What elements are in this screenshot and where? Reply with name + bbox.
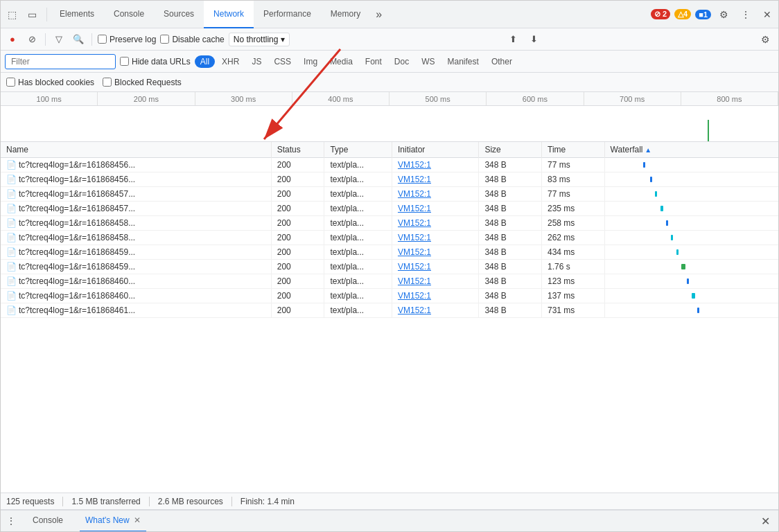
cell-name[interactable]: 📄tc?tcreq4log=1&r=161868458... xyxy=(1,231,271,245)
close-whats-new-button[interactable]: ✕ xyxy=(134,515,141,525)
type-filter-js[interactable]: JS xyxy=(246,55,267,68)
cell-name[interactable]: 📄tc?tcreq4log=1&r=161868456... xyxy=(1,158,271,172)
type-filter-img[interactable]: Img xyxy=(298,55,323,68)
file-icon: 📄 xyxy=(6,233,16,242)
status-bar: 125 requests 1.5 MB transferred 2.6 MB r… xyxy=(1,493,778,509)
table-row[interactable]: 📄tc?tcreq4log=1&r=161868456...200text/pl… xyxy=(1,172,778,187)
cell-initiator[interactable]: VM152:1 xyxy=(392,172,478,187)
cell-type: text/pla... xyxy=(324,158,392,172)
cell-time: 123 ms xyxy=(542,274,605,289)
file-icon: 📄 xyxy=(6,189,16,199)
col-header-size[interactable]: Size xyxy=(479,142,542,158)
type-filter-doc[interactable]: Doc xyxy=(389,55,414,68)
cell-initiator[interactable]: VM152:1 xyxy=(392,202,478,216)
disable-cache-checkbox[interactable]: Disable cache xyxy=(160,35,224,44)
tab-performance[interactable]: Performance xyxy=(254,1,321,28)
cell-size: 348 B xyxy=(479,172,542,187)
type-filter-xhr[interactable]: XHR xyxy=(216,55,245,68)
cell-name[interactable]: 📄tc?tcreq4log=1&r=161868461... xyxy=(1,303,271,318)
type-filter-all[interactable]: All xyxy=(195,55,215,68)
col-header-name[interactable]: Name xyxy=(1,142,271,158)
table-row[interactable]: 📄tc?tcreq4log=1&r=161868458...200text/pl… xyxy=(1,216,778,231)
table-row[interactable]: 📄tc?tcreq4log=1&r=161868459...200text/pl… xyxy=(1,245,778,260)
error-icon: ⊘ xyxy=(654,10,660,18)
tab-elements[interactable]: Elements xyxy=(50,1,104,28)
col-header-time[interactable]: Time xyxy=(542,142,605,158)
table-row[interactable]: 📄tc?tcreq4log=1&r=161868461...200text/pl… xyxy=(1,303,778,318)
col-header-waterfall[interactable]: Waterfall xyxy=(604,142,778,158)
search-button[interactable]: 🔍 xyxy=(71,32,86,47)
type-filter-css[interactable]: CSS xyxy=(268,55,297,68)
cell-initiator[interactable]: VM152:1 xyxy=(392,231,478,245)
tab-console[interactable]: Console xyxy=(104,1,154,28)
cursor-icon[interactable]: ⬚ xyxy=(3,6,21,23)
timeline-area[interactable] xyxy=(1,106,778,142)
type-filter-other[interactable]: Other xyxy=(486,55,518,68)
cell-initiator[interactable]: VM152:1 xyxy=(392,187,478,202)
cell-initiator[interactable]: VM152:1 xyxy=(392,260,478,274)
record-button[interactable]: ● xyxy=(5,32,20,47)
cell-waterfall xyxy=(604,187,778,202)
col-header-initiator[interactable]: Initiator xyxy=(392,142,478,158)
file-icon: 📄 xyxy=(6,218,16,228)
col-header-status[interactable]: Status xyxy=(271,142,324,158)
filter-button[interactable]: ▽ xyxy=(51,32,67,47)
device-icon[interactable]: ▭ xyxy=(24,6,41,23)
close-drawer-button[interactable]: ✕ xyxy=(758,512,773,531)
col-header-type[interactable]: Type xyxy=(324,142,392,158)
cell-name[interactable]: 📄tc?tcreq4log=1&r=161868456... xyxy=(1,172,271,187)
cell-initiator[interactable]: VM152:1 xyxy=(392,289,478,303)
has-blocked-cookies-checkbox[interactable]: Has blocked cookies xyxy=(6,78,94,87)
import-button[interactable]: ⬆ xyxy=(505,32,520,47)
cell-initiator[interactable]: VM152:1 xyxy=(392,274,478,289)
tab-network[interactable]: Network xyxy=(204,1,254,28)
more-options-button[interactable]: ⋮ xyxy=(737,6,755,23)
table-row[interactable]: 📄tc?tcreq4log=1&r=161868460...200text/pl… xyxy=(1,274,778,289)
cell-name[interactable]: 📄tc?tcreq4log=1&r=161868460... xyxy=(1,289,271,303)
cell-time: 77 ms xyxy=(542,158,605,172)
cell-status: 200 xyxy=(271,187,324,202)
cell-name[interactable]: 📄tc?tcreq4log=1&r=161868460... xyxy=(1,274,271,289)
drawer-tab-console[interactable]: Console xyxy=(27,510,69,532)
waterfall-bar xyxy=(676,249,679,255)
drawer-tab-whats-new[interactable]: What's New ✕ xyxy=(80,510,146,532)
waterfall-bar xyxy=(692,293,695,299)
type-filter-font[interactable]: Font xyxy=(360,55,387,68)
close-devtools-button[interactable]: ✕ xyxy=(759,6,776,23)
cell-name[interactable]: 📄tc?tcreq4log=1&r=161868458... xyxy=(1,216,271,231)
timeline[interactable]: 100 ms200 ms300 ms400 ms500 ms600 ms700 … xyxy=(1,92,778,142)
table-row[interactable]: 📄tc?tcreq4log=1&r=161868457...200text/pl… xyxy=(1,202,778,216)
cell-initiator[interactable]: VM152:1 xyxy=(392,303,478,318)
cell-type: text/pla... xyxy=(324,202,392,216)
waterfall-bar xyxy=(643,162,645,168)
cell-name[interactable]: 📄tc?tcreq4log=1&r=161868459... xyxy=(1,260,271,274)
cell-initiator[interactable]: VM152:1 xyxy=(392,245,478,260)
type-filter-manifest[interactable]: Manifest xyxy=(442,55,484,68)
table-row[interactable]: 📄tc?tcreq4log=1&r=161868457...200text/pl… xyxy=(1,187,778,202)
stop-button[interactable]: ⊘ xyxy=(24,32,40,47)
export-button[interactable]: ⬇ xyxy=(526,32,541,47)
throttle-select[interactable]: No throttling ▾ xyxy=(229,33,290,46)
hide-data-urls-checkbox[interactable]: Hide data URLs xyxy=(120,57,191,66)
cell-name[interactable]: 📄tc?tcreq4log=1&r=161868457... xyxy=(1,187,271,202)
cell-initiator[interactable]: VM152:1 xyxy=(392,158,478,172)
network-table[interactable]: Name Status Type Initiator Size Time Wat… xyxy=(1,142,778,493)
cell-name[interactable]: 📄tc?tcreq4log=1&r=161868459... xyxy=(1,245,271,260)
type-filter-media[interactable]: Media xyxy=(324,55,358,68)
table-row[interactable]: 📄tc?tcreq4log=1&r=161868459...200text/pl… xyxy=(1,260,778,274)
table-row[interactable]: 📄tc?tcreq4log=1&r=161868456...200text/pl… xyxy=(1,158,778,172)
type-filter-ws[interactable]: WS xyxy=(416,55,440,68)
table-row[interactable]: 📄tc?tcreq4log=1&r=161868458...200text/pl… xyxy=(1,231,778,245)
more-tabs-button[interactable]: » xyxy=(370,1,387,28)
tab-sources[interactable]: Sources xyxy=(154,1,204,28)
network-settings-button[interactable]: ⚙ xyxy=(757,31,774,48)
settings-button[interactable]: ⚙ xyxy=(715,6,733,23)
tab-memory[interactable]: Memory xyxy=(321,1,370,28)
table-row[interactable]: 📄tc?tcreq4log=1&r=161868460...200text/pl… xyxy=(1,289,778,303)
cell-initiator[interactable]: VM152:1 xyxy=(392,216,478,231)
blocked-requests-checkbox[interactable]: Blocked Requests xyxy=(103,78,182,87)
filter-input[interactable] xyxy=(5,54,116,69)
preserve-log-checkbox[interactable]: Preserve log xyxy=(98,35,156,44)
cell-name[interactable]: 📄tc?tcreq4log=1&r=161868457... xyxy=(1,202,271,216)
cell-waterfall xyxy=(604,289,778,303)
